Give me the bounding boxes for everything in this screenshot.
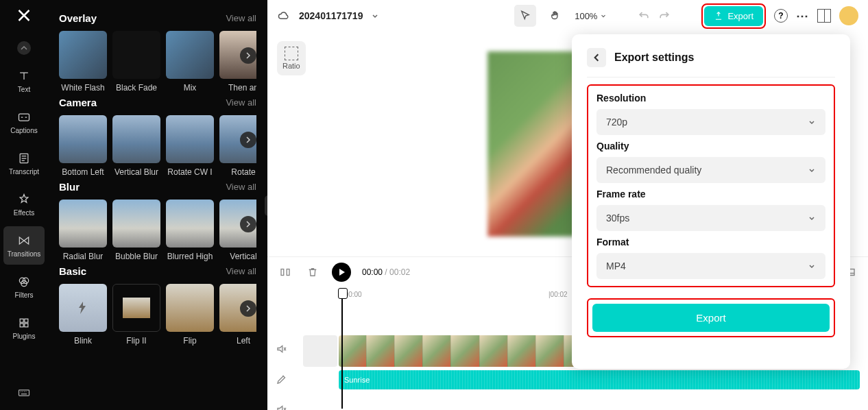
transition-thumb[interactable]: Bubble Blur [112, 200, 160, 261]
svg-rect-11 [287, 269, 289, 275]
play-button[interactable] [332, 263, 351, 282]
transition-thumb[interactable]: Mix [166, 31, 214, 93]
export-button[interactable]: Export [704, 6, 763, 26]
category-title: Blur [59, 181, 80, 193]
sidebar-item-transcript[interactable]: Transcript [3, 144, 45, 182]
quality-select[interactable]: Recommended quality [596, 157, 825, 183]
svg-rect-9 [19, 390, 29, 396]
mute-audio-button[interactable] [273, 400, 291, 410]
delete-button[interactable] [304, 264, 321, 280]
chevron-down-icon [808, 262, 816, 270]
sidebar-label: Transcript [9, 168, 39, 176]
more-icon[interactable]: ⋯ [796, 8, 809, 23]
chevron-down-icon [808, 214, 816, 222]
export-confirm-button[interactable]: Export [592, 304, 830, 332]
export-confirm-highlight: Export [587, 298, 835, 337]
category-header-overlay: Overlay View all [59, 12, 256, 24]
svg-rect-5 [20, 319, 23, 322]
transition-thumb[interactable]: Black Fade [112, 31, 160, 93]
sidebar-item-captions[interactable]: Captions [3, 103, 45, 141]
category-header-basic: Basic View all [59, 265, 256, 277]
category-title: Camera [59, 97, 97, 108]
view-all-link[interactable]: View all [226, 13, 256, 23]
sidebar: Text Captions Transcript Effects Transit… [0, 0, 48, 410]
resolution-label: Resolution [596, 93, 825, 104]
chevron-down-icon [808, 118, 816, 126]
cloud-icon[interactable] [277, 9, 291, 23]
row-next-icon[interactable] [240, 216, 256, 232]
category-title: Overlay [59, 12, 97, 24]
export-fields-highlight: Resolution 720p Quality Recommended qual… [587, 84, 835, 287]
sidebar-item-plugins[interactable]: Plugins [3, 309, 45, 347]
transition-thumb[interactable]: Flip [166, 284, 214, 346]
timecode: 00:00 / 00:02 [362, 267, 410, 277]
project-name[interactable]: 202401171719 [299, 10, 363, 21]
view-all-link[interactable]: View all [226, 182, 256, 192]
row-next-icon[interactable] [240, 47, 256, 64]
quality-label: Quality [596, 141, 825, 152]
ratio-button[interactable]: Ratio [277, 41, 306, 75]
transition-thumb[interactable]: Blurred High [166, 200, 214, 261]
keyboard-icon[interactable] [15, 384, 33, 402]
export-button-highlight: Export [701, 3, 766, 29]
back-button[interactable] [587, 48, 606, 67]
transition-thumb[interactable]: Flip II [112, 284, 160, 346]
svg-rect-8 [25, 323, 28, 326]
redo-button[interactable] [658, 9, 671, 23]
chevron-down-icon[interactable] [371, 12, 379, 20]
layout-toggle-icon[interactable] [817, 9, 831, 23]
resolution-select[interactable]: 720p [596, 109, 825, 135]
sidebar-label: Captions [10, 127, 37, 134]
pointer-tool[interactable] [514, 5, 536, 27]
row-next-icon[interactable] [240, 300, 256, 317]
svg-rect-0 [19, 114, 29, 121]
transition-thumb[interactable]: Blink [59, 284, 107, 346]
category-title: Basic [59, 265, 86, 277]
transition-thumb[interactable]: Vertical Blur [112, 115, 160, 177]
row-next-icon[interactable] [240, 132, 256, 148]
ratio-icon [285, 47, 298, 60]
user-avatar[interactable] [839, 6, 858, 25]
zoom-select[interactable]: 100% [575, 11, 607, 21]
help-icon[interactable]: ? [774, 9, 788, 23]
category-header-camera: Camera View all [59, 97, 256, 108]
format-select[interactable]: MP4 [596, 253, 825, 279]
format-label: Format [596, 237, 825, 248]
topbar: 202401171719 100% Export ? ⋯ [267, 0, 868, 32]
undo-button[interactable] [637, 9, 651, 23]
scroll-up-icon[interactable] [17, 41, 31, 55]
category-header-blur: Blur View all [59, 181, 256, 193]
mute-track-button[interactable] [273, 340, 291, 358]
app-logo[interactable] [14, 7, 34, 27]
empty-clip-slot[interactable] [303, 335, 337, 367]
sidebar-item-filters[interactable]: Filters [3, 267, 45, 306]
sidebar-label: Effects [14, 209, 34, 217]
transition-thumb[interactable]: Bottom Left [59, 115, 107, 177]
transition-thumb[interactable]: Radial Blur [59, 200, 107, 261]
audio-clip[interactable]: Sunrise [339, 370, 860, 389]
view-all-link[interactable]: View all [226, 266, 256, 276]
sidebar-label: Plugins [13, 333, 36, 340]
framerate-label: Frame rate [596, 189, 825, 200]
edit-track-button[interactable] [273, 370, 291, 388]
hand-tool[interactable] [544, 5, 566, 27]
svg-rect-10 [281, 269, 284, 275]
svg-rect-6 [25, 319, 28, 322]
sidebar-label: Transitions [8, 250, 41, 258]
sidebar-label: Filters [14, 291, 33, 299]
framerate-select[interactable]: 30fps [596, 205, 825, 231]
view-all-link[interactable]: View all [226, 97, 256, 108]
chevron-down-icon [808, 166, 816, 174]
export-panel-title: Export settings [614, 51, 694, 64]
split-button[interactable] [277, 264, 293, 280]
svg-rect-7 [20, 323, 23, 326]
sidebar-label: Text [18, 86, 30, 93]
transition-thumb[interactable]: Rotate CW I [166, 115, 214, 177]
transition-thumb[interactable]: White Flash [59, 31, 107, 93]
sidebar-item-transitions[interactable]: Transitions [3, 226, 45, 265]
export-settings-panel: Export settings Resolution 720p Quality … [572, 34, 850, 369]
playhead[interactable] [341, 288, 343, 409]
sidebar-item-text[interactable]: Text [3, 62, 45, 100]
sidebar-item-effects[interactable]: Effects [3, 185, 45, 224]
transitions-panel: Overlay View all White Flash Black Fade … [48, 0, 267, 410]
